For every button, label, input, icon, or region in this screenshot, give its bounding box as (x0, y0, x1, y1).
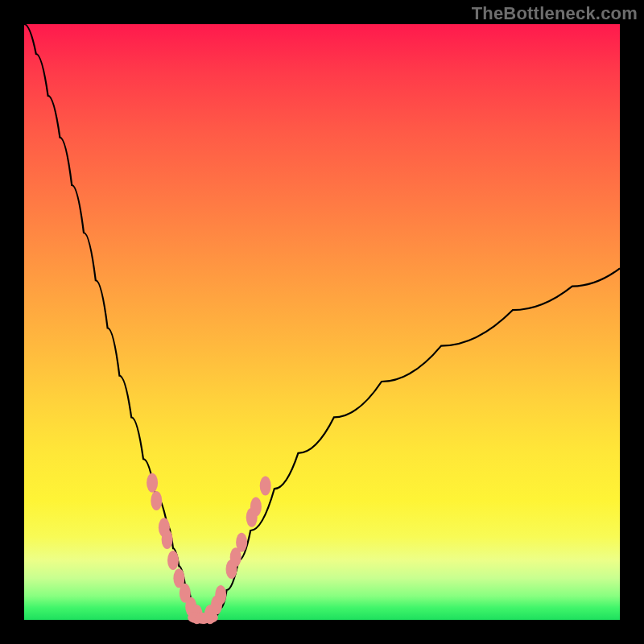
data-marker (151, 491, 162, 510)
data-marker (167, 551, 179, 570)
curve-path (24, 24, 620, 618)
data-marker (215, 585, 226, 605)
data-marker (147, 473, 158, 493)
data-marker (202, 612, 218, 623)
data-marker (162, 530, 173, 549)
data-marker (250, 497, 262, 516)
chart-frame: TheBottleneck.com (0, 0, 644, 644)
data-markers (147, 473, 271, 625)
data-marker (260, 477, 271, 496)
data-marker (236, 533, 247, 552)
curve-layer (24, 24, 620, 620)
bottleneck-curve (24, 24, 620, 618)
watermark-text: TheBottleneck.com (472, 3, 638, 24)
